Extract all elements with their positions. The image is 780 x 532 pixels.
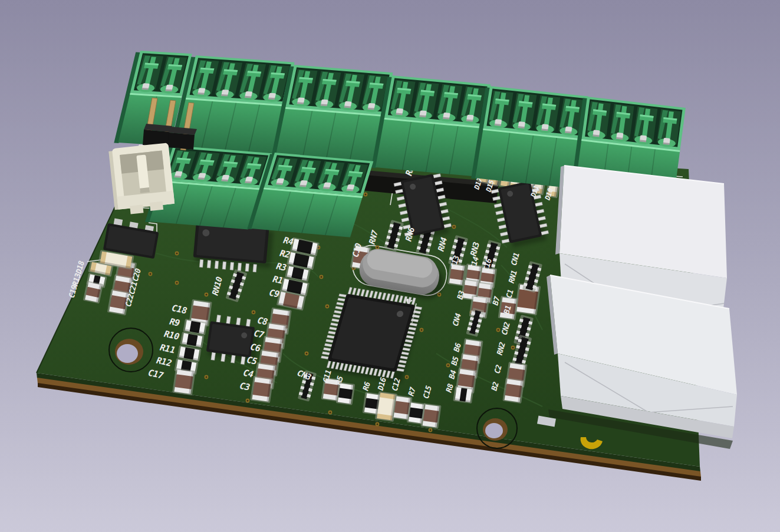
via — [305, 352, 309, 356]
via — [175, 252, 179, 256]
pcb-3d-viewport: voltageRN9FVRN8D17D15D11D10C10RN7RN6RN4R… — [0, 0, 780, 532]
via — [420, 328, 424, 332]
via — [429, 428, 433, 432]
resistor — [453, 386, 473, 404]
via — [496, 328, 501, 332]
via — [320, 275, 324, 279]
capacitor — [250, 376, 274, 403]
capacitor — [502, 378, 524, 404]
capacitor — [420, 403, 441, 429]
via — [405, 375, 409, 379]
pcb-3d-render: voltageRN9FVRN8D17D15D11D10C10RN7RN6RN4R… — [0, 0, 780, 532]
pin-header-3pin — [143, 98, 197, 150]
via — [364, 193, 368, 197]
via — [205, 293, 209, 297]
via — [149, 272, 153, 276]
via — [246, 399, 250, 403]
via — [325, 305, 330, 309]
capacitor — [172, 368, 196, 395]
via — [328, 411, 333, 415]
via — [252, 310, 256, 315]
via — [376, 422, 380, 427]
via — [511, 346, 515, 350]
terminal-block — [371, 75, 491, 177]
via — [175, 281, 179, 285]
resistor — [336, 382, 356, 405]
via — [452, 225, 456, 229]
via — [376, 246, 380, 250]
via — [205, 375, 209, 379]
